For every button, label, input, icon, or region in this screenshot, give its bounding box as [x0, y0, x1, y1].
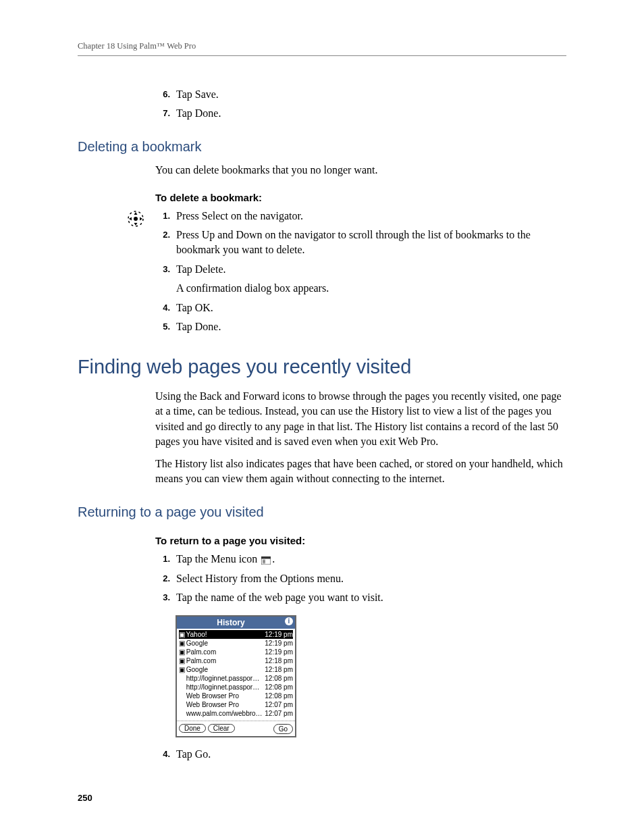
history-entry-time: 12:18 pm: [262, 656, 293, 665]
step-item: 4. Tap OK.: [155, 301, 566, 315]
history-row[interactable]: ▣ Google12:18 pm: [179, 665, 293, 674]
cache-icon: ▣: [179, 665, 184, 674]
step-number: 3.: [155, 262, 176, 296]
step-text: Tap Save.: [176, 87, 566, 102]
procedure-heading: To delete a bookmark:: [155, 190, 566, 205]
step-number: 5.: [155, 319, 176, 334]
history-entry-time: 12:18 pm: [262, 665, 293, 674]
step-number: 1.: [155, 209, 176, 224]
step-item: 2. Select History from the Options menu.: [155, 571, 566, 586]
step-item: 1. Tap the Menu icon .: [155, 552, 566, 567]
history-entry-time: 12:19 pm: [262, 639, 293, 648]
history-entry-name: ▣ Yahoo!: [179, 630, 262, 639]
step-item: 1. Press Select on the navigator.: [155, 209, 566, 224]
history-row[interactable]: Web Browser Pro12:08 pm: [179, 692, 293, 700]
step-number: 7.: [155, 106, 176, 121]
step-text: Tap the Menu icon .: [176, 552, 566, 567]
step-text: Tap Done.: [176, 319, 566, 334]
info-icon[interactable]: i: [285, 617, 293, 625]
step-text: Press Up and Down on the navigator to sc…: [176, 228, 566, 258]
history-entry-time: 12:19 pm: [262, 648, 293, 656]
step-number: 4.: [155, 301, 176, 315]
step-text-post: .: [272, 553, 275, 565]
step-text: Tap OK.: [176, 301, 566, 315]
step-item: 6. Tap Save.: [155, 87, 566, 102]
step-item: 3. Tap Delete. A confirmation dialog box…: [155, 262, 566, 296]
svg-rect-9: [263, 561, 265, 562]
history-entry-name: Web Browser Pro: [179, 700, 262, 709]
history-list[interactable]: ▣ Yahoo!12:19 pm▣ Google12:19 pm▣ Palm.c…: [177, 629, 295, 721]
page-header: Chapter 18 Using Palm™ Web Pro: [78, 41, 566, 56]
step-text: Tap Go.: [176, 747, 566, 762]
body-text: You can delete bookmarks that you no lon…: [155, 163, 566, 178]
prior-steps-block: 6. Tap Save. 7. Tap Done.: [155, 87, 566, 122]
step-main: Tap Delete.: [176, 263, 226, 275]
step-number: 2.: [155, 228, 176, 258]
history-entry-time: 12:08 pm: [262, 692, 293, 700]
step-item: 7. Tap Done.: [155, 106, 566, 121]
history-entry-time: 12:08 pm: [262, 674, 293, 683]
step-number: 2.: [155, 571, 176, 586]
step-item: 3. Tap the name of the web page you want…: [155, 590, 566, 605]
section-heading-deleting-bookmark: Deleting a bookmark: [78, 137, 566, 156]
body-text: Using the Back and Forward icons to brow…: [155, 389, 566, 450]
history-footer: Done Clear Go: [177, 721, 295, 736]
svg-marker-3: [134, 223, 138, 226]
history-row[interactable]: ▣ Palm.com12:19 pm: [179, 648, 293, 656]
done-button[interactable]: Done: [179, 724, 206, 733]
history-entry-time: 12:07 pm: [262, 709, 293, 718]
svg-rect-8: [263, 560, 265, 561]
history-row[interactable]: Web Browser Pro12:07 pm: [179, 700, 293, 709]
svg-marker-2: [134, 212, 138, 215]
history-row[interactable]: http://loginnet.passpor…12:08 pm: [179, 683, 293, 692]
step-number: 3.: [155, 590, 176, 605]
history-entry-name: ▣ Palm.com: [179, 648, 262, 656]
step-text: Tap the name of the web page you want to…: [176, 590, 566, 605]
cache-icon: ▣: [179, 648, 184, 656]
section-heading-returning: Returning to a page you visited: [78, 502, 566, 521]
step-text: Press Select on the navigator.: [176, 209, 566, 224]
history-entry-name: www.palm.com/webbro…: [179, 709, 262, 718]
history-row[interactable]: www.palm.com/webbro…12:07 pm: [179, 709, 293, 718]
history-entry-name: http://loginnet.passpor…: [179, 683, 262, 692]
menu-icon: [261, 556, 271, 565]
history-dialog-screenshot: History i ▣ Yahoo!12:19 pm▣ Google12:19 …: [176, 615, 296, 738]
history-row[interactable]: http://loginnet.passpor…12:08 pm: [179, 674, 293, 683]
step-text-pre: Tap the Menu icon: [176, 553, 260, 565]
history-row[interactable]: ▣ Palm.com12:18 pm: [179, 656, 293, 665]
history-row[interactable]: ▣ Yahoo!12:19 pm: [179, 630, 293, 639]
cache-icon: ▣: [179, 630, 184, 639]
step-result: A confirmation dialog box appears.: [176, 281, 566, 296]
step-item: 2. Press Up and Down on the navigator to…: [155, 228, 566, 258]
step-number: 1.: [155, 552, 176, 567]
history-entry-name: ▣ Palm.com: [179, 656, 262, 665]
svg-rect-10: [263, 563, 265, 563]
cache-icon: ▣: [179, 656, 184, 665]
clear-button[interactable]: Clear: [208, 724, 235, 733]
page-number: 250: [78, 792, 566, 804]
procedure-heading: To return to a page you visited:: [155, 533, 566, 548]
section-heading-finding-pages: Finding web pages you recently visited: [78, 353, 566, 381]
step-item: 5. Tap Done.: [155, 319, 566, 334]
history-entry-name: ▣ Google: [179, 665, 262, 674]
navigator-icon: [127, 210, 144, 228]
step-text: Tap Delete. A confirmation dialog box ap…: [176, 262, 566, 296]
go-button[interactable]: Go: [273, 724, 293, 734]
step-text: Tap Done.: [176, 106, 566, 121]
step-number: 6.: [155, 87, 176, 102]
history-entry-time: 12:07 pm: [262, 700, 293, 709]
history-entry-name: ▣ Google: [179, 639, 262, 648]
history-entry-name: Web Browser Pro: [179, 692, 262, 700]
step-number: 4.: [155, 747, 176, 762]
step-item: 4. Tap Go.: [155, 747, 566, 762]
history-title-text: History: [217, 618, 244, 627]
svg-point-1: [134, 217, 138, 221]
history-row[interactable]: ▣ Google12:19 pm: [179, 639, 293, 648]
history-title-bar: History i: [177, 617, 295, 629]
svg-marker-4: [129, 217, 132, 220]
svg-marker-5: [140, 217, 142, 220]
history-entry-time: 12:08 pm: [262, 683, 293, 692]
history-entry-name: http://loginnet.passpor…: [179, 674, 262, 683]
body-text: The History list also indicates pages th…: [155, 457, 566, 487]
cache-icon: ▣: [179, 639, 184, 648]
